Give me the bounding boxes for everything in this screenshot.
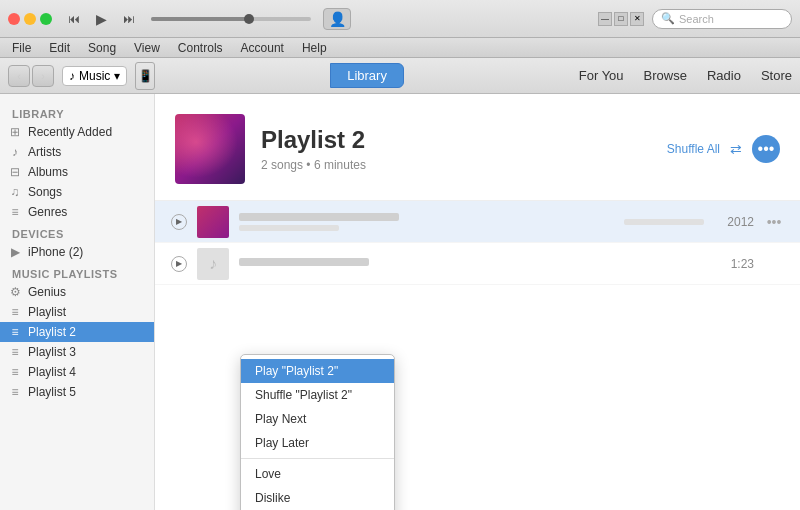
playlist5-icon: ≡ [8,385,22,399]
tab-links: For You Browse Radio Store [579,68,792,83]
sidebar-item-playlist5[interactable]: ≡ Playlist 5 [0,382,154,402]
track-extra [477,219,705,225]
shuffle-icon: ⇄ [730,141,742,157]
phone-button[interactable]: 📱 [135,62,155,90]
albums-icon: ⊟ [8,165,22,179]
playlist4-icon: ≡ [8,365,22,379]
sidebar-item-genius[interactable]: ⚙ Genius [0,282,154,302]
sidebar-item-albums[interactable]: ⊟ Albums [0,162,154,182]
ctx-play-playlist2[interactable]: Play "Playlist 2" [241,359,394,383]
library-section-header: Library [0,102,154,122]
tab-radio[interactable]: Radio [707,68,741,83]
track-more-button[interactable]: ••• [764,214,784,230]
playlist-actions: Shuffle All ⇄ ••• [667,135,780,163]
tab-library[interactable]: Library [330,63,404,88]
sidebar-item-label: iPhone (2) [28,245,83,259]
search-placeholder: Search [679,13,714,25]
sidebar-item-artists[interactable]: ♪ Artists [0,142,154,162]
playlist3-icon: ≡ [8,345,22,359]
tab-store[interactable]: Store [761,68,792,83]
track-artist-bar [239,225,339,231]
ctx-play-next[interactable]: Play Next [241,407,394,431]
menu-view[interactable]: View [126,38,168,57]
close-button[interactable] [8,13,20,25]
ctx-play-later[interactable]: Play Later [241,431,394,455]
menu-account[interactable]: Account [233,38,292,57]
sidebar-item-playlist[interactable]: ≡ Playlist [0,302,154,322]
menu-file[interactable]: File [4,38,39,57]
menu-controls[interactable]: Controls [170,38,231,57]
progress-knob[interactable] [244,14,254,24]
ctx-dislike[interactable]: Dislike [241,486,394,510]
progress-bar[interactable] [151,17,311,21]
ctx-love[interactable]: Love [241,462,394,486]
maximize-button[interactable] [40,13,52,25]
more-options-button[interactable]: ••• [752,135,780,163]
track-name-bar [239,213,399,221]
menu-song[interactable]: Song [80,38,124,57]
genres-icon: ≡ [8,205,22,219]
nav-bar: ‹ › ♪ Music ▾ 📱 Library For You Browse R… [0,58,800,94]
sidebar-item-label: Playlist 2 [28,325,76,339]
minimize-button[interactable] [24,13,36,25]
playlist-icon: ≡ [8,305,22,319]
shuffle-all-button[interactable]: Shuffle All [667,142,720,156]
play-button[interactable]: ▶ [171,214,187,230]
sidebar-item-songs[interactable]: ♫ Songs [0,182,154,202]
track-duration: 1:23 [714,257,754,271]
menu-edit[interactable]: Edit [41,38,78,57]
context-menu: Play "Playlist 2" Shuffle "Playlist 2" P… [240,354,395,510]
sidebar-item-iphone[interactable]: ▶ iPhone (2) [0,242,154,262]
sidebar-item-label: Playlist [28,305,66,319]
rewind-button[interactable]: ⏮ [64,10,84,28]
close-os-button[interactable]: ✕ [630,12,644,26]
sidebar-item-playlist3[interactable]: ≡ Playlist 3 [0,342,154,362]
tab-for-you[interactable]: For You [579,68,624,83]
track-info [239,213,467,231]
play-pause-button[interactable]: ▶ [92,9,111,29]
play-button[interactable]: ▶ [171,256,187,272]
sidebar-item-genres[interactable]: ≡ Genres [0,202,154,222]
window-controls [8,13,52,25]
title-bar: ⏮ ▶ ⏭ 👤 — □ ✕ 🔍 Search [0,0,800,38]
content-area: Playlist 2 2 songs • 6 minutes Shuffle A… [155,94,800,510]
sidebar-item-label: Songs [28,185,62,199]
sidebar: Library ⊞ Recently Added ♪ Artists ⊟ Alb… [0,94,155,510]
search-box[interactable]: 🔍 Search [652,9,792,29]
restore-os-button[interactable]: □ [614,12,628,26]
playlist2-icon: ≡ [8,325,22,339]
sidebar-item-recently-added[interactable]: ⊞ Recently Added [0,122,154,142]
os-window-controls: — □ ✕ [598,12,644,26]
sidebar-item-label: Playlist 4 [28,365,76,379]
playlist-meta: 2 songs • 6 minutes [261,158,651,172]
sidebar-item-playlist4[interactable]: ≡ Playlist 4 [0,362,154,382]
track-year: 2012 [714,215,754,229]
menu-help[interactable]: Help [294,38,335,57]
cover-overlay [175,114,245,184]
sidebar-item-label: Playlist 5 [28,385,76,399]
tab-browse[interactable]: Browse [644,68,687,83]
main-layout: Library ⊞ Recently Added ♪ Artists ⊟ Alb… [0,94,800,510]
tab-container: Library [163,63,570,88]
search-icon: 🔍 [661,12,675,25]
sidebar-item-label: Recently Added [28,125,112,139]
music-note-icon: ♪ [69,69,75,83]
playlists-section-header: Music Playlists [0,262,154,282]
music-dropdown[interactable]: ♪ Music ▾ [62,66,127,86]
sidebar-item-playlist2[interactable]: ≡ Playlist 2 [0,322,154,342]
dropdown-arrow-icon: ▾ [114,69,120,83]
forward-button-nav[interactable]: › [32,65,54,87]
playlist-cover [175,114,245,184]
back-button[interactable]: ‹ [8,65,30,87]
ctx-separator-1 [241,458,394,459]
sidebar-item-label: Genius [28,285,66,299]
table-row: ▶ 2012 ••• [155,201,800,243]
ctx-shuffle-playlist2[interactable]: Shuffle "Playlist 2" [241,383,394,407]
songs-icon: ♫ [8,185,22,199]
account-button[interactable]: 👤 [323,8,351,30]
sidebar-item-label: Genres [28,205,67,219]
forward-button[interactable]: ⏭ [119,10,139,28]
minimize-os-button[interactable]: — [598,12,612,26]
playlist-header: Playlist 2 2 songs • 6 minutes Shuffle A… [155,94,800,201]
track-name-bar [239,258,369,266]
